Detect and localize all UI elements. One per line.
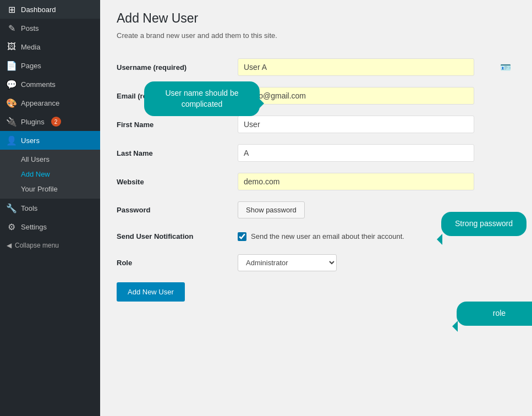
submenu-add-new[interactable]: Add New <box>0 167 100 182</box>
users-submenu: All Users Add New Your Profile <box>0 150 100 199</box>
sidebar-item-label: Appearance <box>21 99 59 107</box>
tooltip-role-text: role <box>493 309 506 318</box>
notification-label: Send User Notification <box>117 224 238 249</box>
posts-icon: ✎ <box>7 23 17 33</box>
collapse-label: Collapse menu <box>15 242 59 249</box>
sidebar-item-media[interactable]: 🖼 Media <box>0 37 100 56</box>
main-content: Add New User Create a brand new user and… <box>100 0 532 416</box>
tools-icon: 🔧 <box>7 203 17 213</box>
add-new-user-button[interactable]: Add New User <box>117 282 185 302</box>
collapse-menu[interactable]: ◀ Collapse menu <box>0 236 100 255</box>
sidebar-item-pages[interactable]: 📄 Pages <box>0 56 100 75</box>
sidebar-item-label: Media <box>21 43 40 51</box>
pages-icon: 📄 <box>7 61 17 70</box>
dashboard-icon: ⊞ <box>7 4 17 14</box>
notification-text: Send the new user an email about their a… <box>251 232 404 240</box>
website-input[interactable] <box>238 173 474 190</box>
role-select[interactable]: Administrator Editor Author Contributor … <box>238 254 337 271</box>
sidebar-item-settings[interactable]: ⚙ Settings <box>0 217 100 236</box>
page-subtitle: Create a brand new user and add them to … <box>117 31 515 40</box>
sidebar: ⊞ Dashboard ✎ Posts 🖼 Media 📄 Pages 💬 Co… <box>0 0 100 416</box>
website-row: Website <box>117 167 515 196</box>
plugins-badge: 2 <box>51 117 61 127</box>
sidebar-item-label: Users <box>21 136 40 145</box>
sidebar-item-dashboard[interactable]: ⊞ Dashboard <box>0 0 100 19</box>
submenu-your-profile[interactable]: Your Profile <box>0 182 100 196</box>
sidebar-item-plugins[interactable]: 🔌 Plugins 2 <box>0 112 100 131</box>
tooltip-password-text: Strong password <box>455 219 513 228</box>
plugins-icon: 🔌 <box>7 117 17 127</box>
username-label: Username (required) <box>117 53 238 81</box>
username-row: Username (required) 🪪 <box>117 53 515 81</box>
sidebar-item-posts[interactable]: ✎ Posts <box>0 19 100 37</box>
page-title: Add New User <box>117 11 515 26</box>
sidebar-item-label: Plugins <box>21 118 45 126</box>
collapse-icon: ◀ <box>7 242 12 249</box>
username-field-wrap: 🪪 <box>238 58 515 76</box>
password-label: Password <box>117 196 238 224</box>
lastname-row: Last Name <box>117 139 515 167</box>
submenu-all-users[interactable]: All Users <box>0 152 100 167</box>
sidebar-item-appearance[interactable]: 🎨 Appearance <box>0 94 100 112</box>
users-icon: 👤 <box>7 135 17 145</box>
tooltip-password: Strong password <box>441 212 526 236</box>
lastname-label: Last Name <box>117 139 238 167</box>
username-input[interactable] <box>238 58 474 76</box>
sidebar-item-label: Tools <box>21 204 37 212</box>
notification-checkbox[interactable] <box>238 232 246 241</box>
media-icon: 🖼 <box>7 42 17 52</box>
sidebar-item-label: Dashboard <box>21 6 56 14</box>
comments-icon: 💬 <box>7 79 17 89</box>
lastname-input[interactable] <box>238 144 474 162</box>
sidebar-item-label: Pages <box>21 62 41 70</box>
show-password-button[interactable]: Show password <box>238 201 305 218</box>
appearance-icon: 🎨 <box>7 98 17 108</box>
sidebar-item-label: Settings <box>21 223 47 231</box>
website-label: Website <box>117 167 238 196</box>
sidebar-item-tools[interactable]: 🔧 Tools <box>0 199 100 217</box>
settings-icon: ⚙ <box>7 222 17 232</box>
role-label: Role <box>117 249 238 277</box>
email-input[interactable] <box>238 87 474 105</box>
sidebar-item-label: Posts <box>21 24 39 32</box>
sidebar-item-users[interactable]: 👤 Users <box>0 131 100 150</box>
contact-card-icon: 🪪 <box>500 62 511 73</box>
tooltip-username-text: User name should be complicated <box>165 89 238 108</box>
tooltip-username: User name should be complicated <box>144 81 260 116</box>
firstname-input[interactable] <box>238 116 474 133</box>
role-row: Role Administrator Editor Author Contrib… <box>117 249 515 277</box>
tooltip-role: role <box>457 302 532 326</box>
sidebar-item-comments[interactable]: 💬 Comments <box>0 75 100 94</box>
sidebar-item-label: Comments <box>21 80 56 89</box>
